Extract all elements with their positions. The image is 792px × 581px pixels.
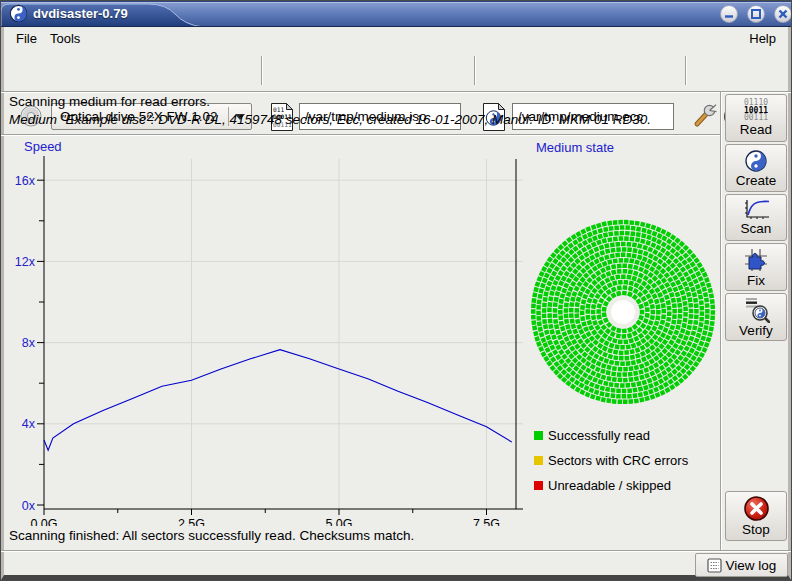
view-log-button[interactable]: View log [695,553,788,577]
fix-puzzle-icon [743,247,769,273]
window-title: dvdisaster-0.79 [33,6,128,21]
legend-swatch-green [534,431,543,440]
fix-button-label: Fix [747,273,765,288]
menu-help[interactable]: Help [745,30,780,47]
log-list-icon [707,558,722,573]
stop-button[interactable]: Stop [725,491,787,541]
minimize-button[interactable] [720,5,738,23]
toolbar-separator [685,56,687,85]
medium-state-title: Medium state [536,140,614,155]
legend-item: Unreadable / skipped [534,478,671,492]
svg-text:7.5G: 7.5G [473,517,500,526]
verify-magnifier-icon [742,297,770,323]
stop-button-label: Stop [742,522,770,537]
speed-chart-title: Speed [24,139,62,154]
legend-label: Successfully read [548,428,650,443]
legend-item: Successfully read [534,428,650,442]
svg-text:0x: 0x [22,499,36,513]
create-button-label: Create [736,173,777,188]
app-icon [9,4,28,23]
titlebar[interactable]: dvdisaster-0.79 [1,1,792,27]
read-button[interactable]: 01110 10011 00111 Read [725,94,787,142]
legend-label: Unreadable / skipped [548,478,671,493]
toolbar-separator [474,56,476,85]
preferences-wrench-icon[interactable] [691,103,718,130]
scan-button-label: Scan [741,221,772,236]
minimize-icon [723,8,735,20]
view-log-label: View log [726,558,777,573]
svg-text:0.0G: 0.0G [30,517,57,526]
legend-swatch-red [534,481,543,490]
svg-text:8x: 8x [22,336,36,350]
verify-button[interactable]: Verify [725,293,787,341]
read-icon: 01110 10011 00111 [744,99,768,122]
legend-label: Sectors with CRC errors [548,453,688,468]
toolbar: Optical drive 52X FW 1.02 011 10011 0011… [4,48,788,91]
create-yinyang-icon [744,149,768,173]
toolbar-separator [261,56,263,85]
read-button-label: Read [740,122,772,137]
close-icon [777,8,789,20]
svg-text:2.5G: 2.5G [178,517,205,526]
svg-text:12x: 12x [15,255,36,269]
svg-text:16x: 16x [15,174,36,188]
dvdisaster-window: dvdisaster-0.79 File Tools Help Optical … [0,0,792,581]
medium-info: Medium "Example disc": DVD-R DL, 4159748… [9,112,651,127]
action-title: Scanning medium for read errors. [9,94,210,109]
scan-visualization: 0x4x8x12x16x0.0G2.5G5.0G7.5G [1,137,720,526]
separator [1,550,791,552]
separator [1,91,791,93]
separator [1,134,720,136]
menubar: File Tools Help [4,27,788,48]
svg-text:5.0G: 5.0G [325,517,352,526]
menu-file[interactable]: File [12,30,41,47]
svg-text:4x: 4x [22,417,36,431]
legend-item: Sectors with CRC errors [534,453,688,467]
scan-chart-icon [742,199,770,221]
create-button[interactable]: Create [725,144,787,192]
close-button[interactable] [774,5,792,23]
footer-status: Scanning finished: All sectors successfu… [9,528,414,543]
maximize-button[interactable] [747,5,765,23]
stop-icon [743,495,770,522]
verify-button-label: Verify [739,323,773,338]
fix-button[interactable]: Fix [725,243,787,291]
separator [720,92,722,550]
scan-button[interactable]: Scan [725,194,787,241]
maximize-icon [750,8,762,20]
menu-tools[interactable]: Tools [46,30,84,47]
legend-swatch-yellow [534,456,543,465]
